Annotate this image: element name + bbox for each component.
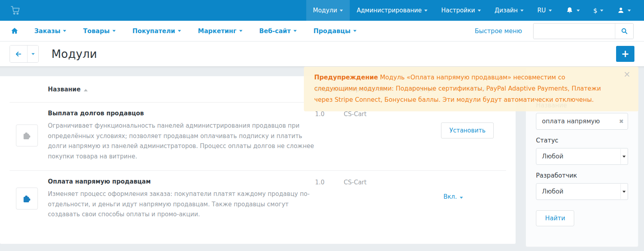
puzzle-icon <box>22 194 32 204</box>
main-region: Название Версия Разработчик Статус Найти… <box>0 66 644 251</box>
nav-item-products[interactable]: Товары <box>75 21 124 42</box>
topbar-menu-language[interactable]: RU <box>530 0 558 21</box>
nav-item-marketing[interactable]: Маркетинг <box>189 21 251 42</box>
filter-developer-label: Разработчик <box>536 172 628 179</box>
module-icon-box <box>16 188 38 209</box>
nav-item-website[interactable]: Веб-сайт <box>251 21 305 42</box>
topbar-menu-design-label: Дизайн <box>494 7 518 14</box>
global-search-input[interactable] <box>534 24 615 39</box>
chevron-down-icon <box>293 30 297 32</box>
chevron-down-icon <box>460 197 463 199</box>
warning-text: Предупреждение Модуль «Оплата напрямую п… <box>314 72 603 105</box>
topbar-menu-addons[interactable]: Модули <box>306 0 350 21</box>
nav-item-vendors[interactable]: Продавцы <box>305 21 365 42</box>
topbar-notifications[interactable] <box>559 0 587 21</box>
module-icon-cell <box>10 125 48 146</box>
chevron-down-icon <box>520 10 524 12</box>
main-nav-bar: Заказы Товары Покупатели Маркетинг Веб-с… <box>0 21 644 42</box>
topbar-menu-addons-label: Модули <box>313 7 337 14</box>
topbar-menu-design[interactable]: Дизайн <box>488 0 530 21</box>
clear-input-icon[interactable]: ✖ <box>619 118 624 125</box>
chevron-down-icon <box>600 10 603 12</box>
nav-item-website-label: Веб-сайт <box>259 28 291 35</box>
module-version: 1.0 <box>315 177 344 220</box>
chevron-down-icon <box>63 30 66 32</box>
back-button-group <box>10 45 39 63</box>
sort-asc-icon <box>84 89 88 91</box>
module-name: Выплата долгов продавцов <box>48 110 315 117</box>
module-status-cell: Вкл. <box>412 177 506 220</box>
filter-status-label: Статус <box>536 137 628 144</box>
filter-name-input[interactable] <box>536 113 628 130</box>
topbar-menu-language-label: RU <box>537 7 546 14</box>
filter-developer-value: Любой <box>542 188 563 195</box>
chevron-down-icon <box>32 53 35 55</box>
nav-item-orders[interactable]: Заказы <box>26 21 75 42</box>
back-button[interactable] <box>10 45 28 62</box>
table-row: Оплата напрямую продавцам Изменяет проце… <box>10 170 506 229</box>
module-developer: CS-Cart <box>344 177 412 220</box>
topbar-menu-settings-label: Настройки <box>441 7 475 14</box>
chevron-down-icon <box>112 30 116 32</box>
chevron-down-icon <box>577 10 580 12</box>
chevron-down-icon <box>340 10 343 12</box>
plus-icon: + <box>621 49 629 59</box>
home-icon[interactable] <box>10 27 19 35</box>
page-title: Модули <box>51 47 97 61</box>
module-info-cell: Выплата долгов продавцов Ограничивает фу… <box>48 109 315 162</box>
column-header-name-label: Название <box>48 86 81 93</box>
topbar-menu-administration[interactable]: Администрирование <box>350 0 434 21</box>
module-status-cell: Установить <box>412 109 506 162</box>
quick-menu-link[interactable]: Быстрое меню <box>475 28 522 35</box>
module-developer: CS-Cart <box>344 109 412 162</box>
warning-title: Предупреждение <box>314 74 378 81</box>
filter-status-value: Любой <box>542 153 563 160</box>
search-icon[interactable] <box>615 24 633 39</box>
filter-name-wrap: ✖ <box>536 113 628 130</box>
chevron-down-icon <box>478 10 481 12</box>
module-icon-box <box>16 125 38 146</box>
find-button[interactable]: Найти <box>536 210 574 226</box>
global-search-box <box>533 23 634 39</box>
topbar-currency[interactable]: $ <box>587 0 610 21</box>
topbar-user-menu[interactable] <box>610 0 638 21</box>
module-version: 1.0 <box>315 109 344 162</box>
module-name: Оплата напрямую продавцам <box>48 178 315 185</box>
nav-item-vendors-label: Продавцы <box>313 28 351 35</box>
dollar-icon: $ <box>593 7 597 14</box>
module-description: Изменяет процесс оформления заказа: поку… <box>48 189 314 220</box>
page-title-bar: Модули + <box>0 42 644 66</box>
chevron-down-icon <box>353 30 356 32</box>
nav-item-orders-label: Заказы <box>34 28 60 35</box>
chevron-down-icon <box>239 30 242 32</box>
module-info-cell: Оплата напрямую продавцам Изменяет проце… <box>48 177 315 220</box>
cart-logo-icon[interactable] <box>7 5 24 16</box>
puzzle-icon <box>22 130 32 140</box>
nav-item-customers[interactable]: Покупатели <box>124 21 189 42</box>
table-row: Выплата долгов продавцов Ограничивает фу… <box>10 103 506 170</box>
install-button[interactable]: Установить <box>441 123 494 138</box>
topbar-menu-settings[interactable]: Настройки <box>434 0 488 21</box>
close-icon[interactable]: × <box>623 70 630 79</box>
back-history-dropdown[interactable] <box>28 45 38 62</box>
chevron-down-icon <box>628 10 631 12</box>
nav-item-customers-label: Покупатели <box>132 28 175 35</box>
module-icon-cell <box>10 188 48 209</box>
chevron-down-icon <box>178 30 181 32</box>
column-header-name[interactable]: Название <box>48 86 315 93</box>
nav-item-marketing-label: Маркетинг <box>198 28 236 35</box>
nav-item-products-label: Товары <box>83 28 110 35</box>
chevron-down-icon <box>424 10 427 12</box>
filter-status-select[interactable]: Любой <box>536 148 628 165</box>
chevron-down-icon <box>549 10 552 12</box>
status-dropdown[interactable]: Вкл. <box>443 193 463 200</box>
filter-developer-select[interactable]: Любой <box>536 183 628 200</box>
top-admin-bar: Модули Администрирование Настройки Дизай… <box>0 0 644 21</box>
warning-notification: Предупреждение Модуль «Оплата напрямую п… <box>304 67 638 111</box>
add-addon-button[interactable]: + <box>616 46 634 62</box>
user-icon <box>617 6 625 14</box>
module-description: Ограничивает функциональность панелей ад… <box>48 121 314 162</box>
status-dropdown-label: Вкл. <box>443 193 457 200</box>
bell-icon <box>565 6 574 15</box>
topbar-menu-administration-label: Администрирование <box>356 7 421 14</box>
